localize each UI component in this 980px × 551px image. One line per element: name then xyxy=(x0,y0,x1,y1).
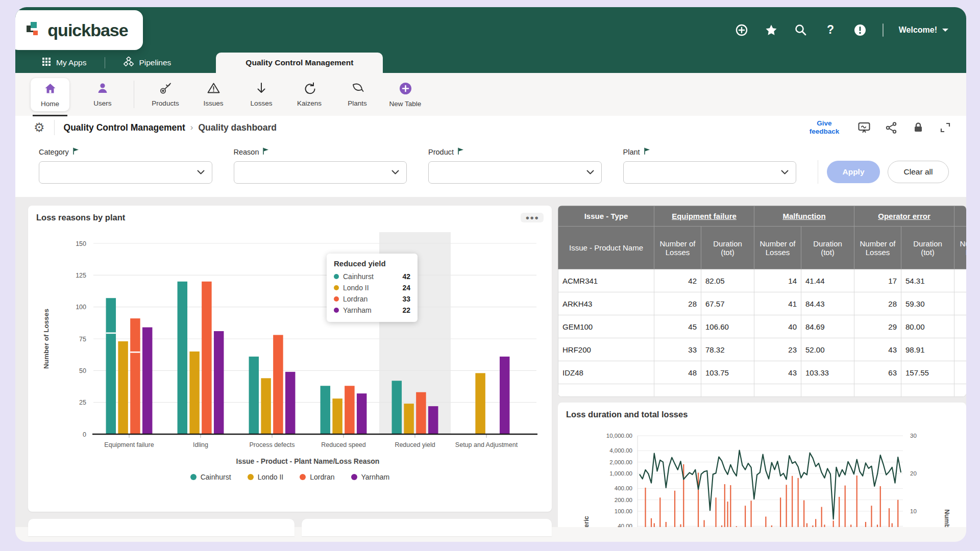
number-of-losses-cell[interactable]: 63 xyxy=(854,361,901,384)
empty-cell xyxy=(954,384,966,397)
number-of-losses-cell[interactable] xyxy=(954,361,966,384)
tooltip-series-row: Lordran33 xyxy=(334,293,410,305)
welcome-label: Welcome! xyxy=(899,26,937,35)
filter-group-category: Category xyxy=(39,147,212,184)
add-icon[interactable] xyxy=(734,23,749,37)
tooltip-series-value: 33 xyxy=(402,295,410,303)
breadcrumb-divider xyxy=(54,120,55,135)
toolbar-item-issues[interactable]: Issues xyxy=(189,82,237,107)
toolbar-divider xyxy=(134,81,134,108)
card-stub xyxy=(28,519,295,536)
legend-item-lordran[interactable]: Lordran xyxy=(300,473,334,481)
number-of-losses-cell[interactable]: 43 xyxy=(754,361,801,384)
type-column-header[interactable]: Operator error xyxy=(854,206,954,227)
product-link[interactable]: ACMR341 xyxy=(558,269,654,292)
duration-cell: 103.75 xyxy=(701,361,754,384)
settings-gear-icon[interactable]: ⚙ xyxy=(34,121,45,134)
number-of-losses-cell[interactable]: 41 xyxy=(754,292,801,315)
number-of-losses-cell[interactable] xyxy=(954,269,966,292)
type-column-header[interactable]: Malfunction xyxy=(754,206,854,227)
apply-button[interactable]: Apply xyxy=(827,161,880,183)
legend-item-cainhurst[interactable]: Cainhurst xyxy=(190,473,231,481)
filter-plant-dropdown[interactable] xyxy=(623,161,797,184)
toolbar-item-kaizens[interactable]: Kaizens xyxy=(285,82,333,107)
empty-cell xyxy=(754,384,801,397)
tooltip-color-dot xyxy=(334,308,339,313)
toolbar-item-new-table[interactable]: New Table xyxy=(381,82,429,108)
number-of-losses-cell[interactable]: 42 xyxy=(654,269,701,292)
number-of-losses-cell[interactable]: 14 xyxy=(754,269,801,292)
number-of-losses-cell[interactable]: 40 xyxy=(754,315,801,338)
loss-duration-dual-axis-chart[interactable]: 10,000.004,000.002,000.001,000.00400.002… xyxy=(566,423,958,527)
product-link[interactable]: ARKH43 xyxy=(558,292,654,315)
number-of-losses-cell[interactable]: 48 xyxy=(654,361,701,384)
expand-fullscreen-icon[interactable] xyxy=(939,121,952,134)
filter-label-row: Plant xyxy=(623,147,797,156)
nav-tab-quality-control-management[interactable]: Quality Control Management xyxy=(216,53,383,73)
give-feedback-link[interactable]: Give feedback xyxy=(805,119,844,135)
legend-color-dot xyxy=(248,474,254,480)
svg-text:Number of Losses: Number of Losses xyxy=(943,509,951,527)
filter-actions: Apply Clear all xyxy=(818,160,956,184)
chart-title: Loss duration and total losses xyxy=(566,410,958,419)
number-of-losses-cell[interactable]: 28 xyxy=(654,292,701,315)
number-of-losses-cell[interactable] xyxy=(954,315,966,338)
product-link[interactable]: IDZ48 xyxy=(558,361,654,384)
issues-summary-table-card: Issue - TypeEquipment failureMalfunction… xyxy=(558,206,966,396)
svg-text:4,000.00: 4,000.00 xyxy=(609,447,632,454)
type-column-header[interactable]: Equipment failure xyxy=(654,206,754,227)
duration-cell: 98.91 xyxy=(901,338,954,361)
favorites-star-icon[interactable] xyxy=(764,23,778,37)
legend-item-londo-ii[interactable]: Londo II xyxy=(248,473,284,481)
toolbar-item-losses[interactable]: Losses xyxy=(237,82,285,107)
number-of-losses-cell[interactable]: 23 xyxy=(754,338,801,361)
filter-reason-dropdown[interactable] xyxy=(234,161,407,184)
sub-header: Duration (tot) xyxy=(801,227,854,269)
filter-product-dropdown[interactable] xyxy=(428,161,602,184)
loss-reasons-bar-chart[interactable]: 0255075100125150Number of LossesEquipmen… xyxy=(36,228,544,468)
toolbar-item-products[interactable]: Products xyxy=(141,82,189,107)
number-of-losses-cell[interactable] xyxy=(954,292,966,315)
number-of-losses-cell[interactable]: 29 xyxy=(854,315,901,338)
clear-all-button[interactable]: Clear all xyxy=(888,161,949,183)
legend-label: Cainhurst xyxy=(201,473,231,481)
user-menu[interactable]: Welcome! xyxy=(899,26,949,35)
nav-tab-pipelines[interactable]: Pipelines xyxy=(105,53,189,73)
number-of-losses-cell[interactable]: 43 xyxy=(854,338,901,361)
product-link[interactable]: HRF200 xyxy=(558,338,654,361)
legend-item-yarnham[interactable]: Yarnham xyxy=(351,473,390,481)
type-column-header[interactable]: Technical error xyxy=(954,206,966,227)
breadcrumb-app-link[interactable]: Quality Control Management xyxy=(64,122,185,133)
table-row: ARKH432867.574184.432859.30 xyxy=(558,292,967,315)
toolbar-item-home[interactable]: Home xyxy=(31,78,69,111)
duration-cell: 41.44 xyxy=(801,269,854,292)
search-icon[interactable] xyxy=(794,23,808,37)
number-of-losses-cell[interactable]: 17 xyxy=(854,269,901,292)
more-options-button[interactable]: ●●● xyxy=(521,213,544,222)
alerts-icon[interactable] xyxy=(853,23,867,37)
filter-category-dropdown[interactable] xyxy=(39,161,212,184)
presentation-mode-icon[interactable] xyxy=(857,121,871,134)
sub-header: Number of Losses xyxy=(754,227,801,269)
user-icon xyxy=(96,82,109,96)
arrow-down-icon xyxy=(255,82,268,96)
quickbase-logo[interactable]: quickbase xyxy=(15,10,143,50)
table-row-partial xyxy=(558,384,967,397)
sub-header: Duration (tot) xyxy=(901,227,954,269)
product-link[interactable]: GEM100 xyxy=(558,315,654,338)
legend-color-dot xyxy=(351,474,357,480)
lock-icon[interactable] xyxy=(912,121,925,134)
toolbar-item-users[interactable]: Users xyxy=(79,82,127,107)
share-icon[interactable] xyxy=(885,121,898,134)
nav-tab-my-apps[interactable]: My Apps xyxy=(23,53,105,73)
tooltip-category-title: Reduced yield xyxy=(334,259,410,268)
number-of-losses-cell[interactable]: 45 xyxy=(654,315,701,338)
number-of-losses-cell[interactable] xyxy=(954,338,966,361)
help-icon[interactable]: ? xyxy=(823,23,838,37)
table-row: ACMR3414282.051441.441754.31 xyxy=(558,269,967,292)
number-of-losses-cell[interactable]: 33 xyxy=(654,338,701,361)
number-of-losses-cell[interactable]: 28 xyxy=(854,292,901,315)
toolbar-item-plants[interactable]: Plants xyxy=(333,82,381,107)
duration-cell: 54.31 xyxy=(901,269,954,292)
chart-title: Loss reasons by plant xyxy=(36,213,125,222)
